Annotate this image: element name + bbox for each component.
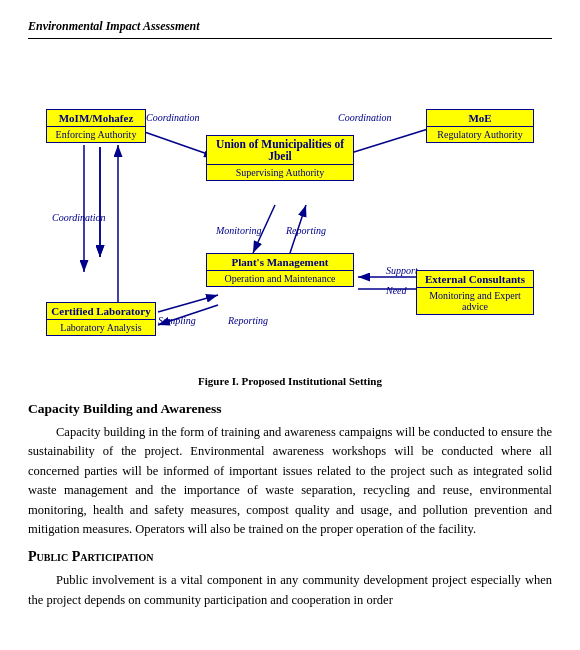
union-box-top: Union of Municipalities of Jbeil	[207, 136, 353, 165]
diagram-caption: Figure I. Proposed Institutional Setting	[28, 375, 552, 387]
sampling-label: Sampling	[158, 315, 196, 326]
moe-box: MoE Regulatory Authority	[426, 109, 534, 143]
diagram-area: MoIM/Mohafez Enforcing Authority MoE Reg…	[28, 57, 552, 367]
plants-box-bottom: Operation and Maintenance	[207, 271, 353, 286]
union-box: Union of Municipalities of Jbeil Supervi…	[206, 135, 354, 181]
certified-box-bottom: Laboratory Analysis	[47, 320, 155, 335]
external-box-bottom: Monitoring and Expert advice	[417, 288, 533, 314]
capacity-section: Capacity Building and Awareness Capacity…	[28, 401, 552, 539]
moe-box-top: MoE	[427, 110, 533, 127]
reporting1-label: Reporting	[286, 225, 326, 236]
capacity-heading: Capacity Building and Awareness	[28, 401, 552, 417]
certified-box-top: Certified Laboratory	[47, 303, 155, 320]
monitoring-label: Monitoring	[216, 225, 262, 236]
certified-box: Certified Laboratory Laboratory Analysis	[46, 302, 156, 336]
support-label: Support	[386, 265, 418, 276]
capacity-text: Capacity building in the form of trainin…	[28, 423, 552, 539]
public-text: Public involvement is a vital component …	[28, 571, 552, 610]
svg-line-12	[158, 295, 218, 312]
molm-box-top: MoIM/Mohafez	[47, 110, 145, 127]
molm-box: MoIM/Mohafez Enforcing Authority	[46, 109, 146, 143]
page-header: Environmental Impact Assessment	[28, 18, 552, 39]
public-heading: Public Participation	[28, 549, 552, 565]
coord1-label: Coordination	[146, 112, 200, 123]
moe-box-bottom: Regulatory Authority	[427, 127, 533, 142]
union-box-bottom: Supervising Authority	[207, 165, 353, 180]
coord3-label: Coordination	[52, 212, 106, 223]
public-heading-text: Public Participation	[28, 549, 153, 564]
plants-box: Plant's Management Operation and Mainten…	[206, 253, 354, 287]
external-box: External Consultants Monitoring and Expe…	[416, 270, 534, 315]
public-section: Public Participation Public involvement …	[28, 549, 552, 610]
molm-box-bottom: Enforcing Authority	[47, 127, 145, 142]
plants-box-top: Plant's Management	[207, 254, 353, 271]
svg-line-2	[136, 129, 216, 157]
header-title: Environmental Impact Assessment	[28, 19, 200, 33]
external-box-top: External Consultants	[417, 271, 533, 288]
coord2-label: Coordination	[338, 112, 392, 123]
need-label: Need	[386, 285, 407, 296]
reporting2-label: Reporting	[228, 315, 268, 326]
